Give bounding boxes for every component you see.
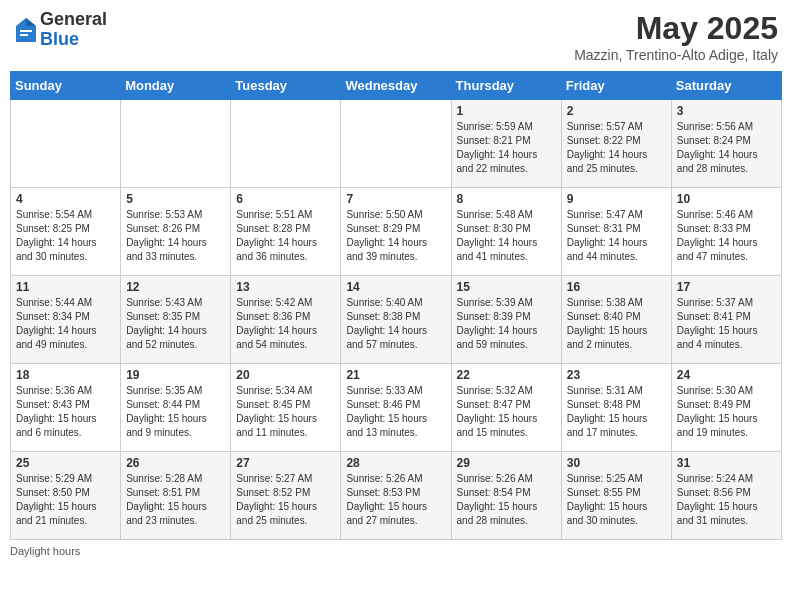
calendar-table: SundayMondayTuesdayWednesdayThursdayFrid… — [10, 71, 782, 540]
calendar-cell: 2Sunrise: 5:57 AMSunset: 8:22 PMDaylight… — [561, 100, 671, 188]
day-number: 1 — [457, 104, 556, 118]
day-info: Sunrise: 5:47 AMSunset: 8:31 PMDaylight:… — [567, 208, 666, 264]
day-info: Sunrise: 5:59 AMSunset: 8:21 PMDaylight:… — [457, 120, 556, 176]
calendar-cell: 16Sunrise: 5:38 AMSunset: 8:40 PMDayligh… — [561, 276, 671, 364]
day-number: 6 — [236, 192, 335, 206]
day-number: 20 — [236, 368, 335, 382]
calendar-cell: 15Sunrise: 5:39 AMSunset: 8:39 PMDayligh… — [451, 276, 561, 364]
day-info: Sunrise: 5:48 AMSunset: 8:30 PMDaylight:… — [457, 208, 556, 264]
page-header: General Blue May 2025 Mazzin, Trentino-A… — [10, 10, 782, 63]
day-info: Sunrise: 5:56 AMSunset: 8:24 PMDaylight:… — [677, 120, 776, 176]
day-number: 30 — [567, 456, 666, 470]
calendar-cell: 26Sunrise: 5:28 AMSunset: 8:51 PMDayligh… — [121, 452, 231, 540]
logo-blue: Blue — [40, 30, 107, 50]
calendar-week-row: 1Sunrise: 5:59 AMSunset: 8:21 PMDaylight… — [11, 100, 782, 188]
day-info: Sunrise: 5:26 AMSunset: 8:54 PMDaylight:… — [457, 472, 556, 528]
day-number: 31 — [677, 456, 776, 470]
day-info: Sunrise: 5:40 AMSunset: 8:38 PMDaylight:… — [346, 296, 445, 352]
calendar-cell: 31Sunrise: 5:24 AMSunset: 8:56 PMDayligh… — [671, 452, 781, 540]
calendar-cell: 10Sunrise: 5:46 AMSunset: 8:33 PMDayligh… — [671, 188, 781, 276]
day-number: 11 — [16, 280, 115, 294]
svg-rect-2 — [20, 30, 32, 32]
title-section: May 2025 Mazzin, Trentino-Alto Adige, It… — [574, 10, 778, 63]
day-number: 5 — [126, 192, 225, 206]
day-number: 10 — [677, 192, 776, 206]
day-info: Sunrise: 5:43 AMSunset: 8:35 PMDaylight:… — [126, 296, 225, 352]
day-number: 16 — [567, 280, 666, 294]
calendar-cell: 8Sunrise: 5:48 AMSunset: 8:30 PMDaylight… — [451, 188, 561, 276]
daylight-hours-label: Daylight hours — [10, 545, 80, 557]
calendar-day-header: Friday — [561, 72, 671, 100]
calendar-day-header: Saturday — [671, 72, 781, 100]
calendar-day-header: Thursday — [451, 72, 561, 100]
day-number: 13 — [236, 280, 335, 294]
day-info: Sunrise: 5:26 AMSunset: 8:53 PMDaylight:… — [346, 472, 445, 528]
day-info: Sunrise: 5:44 AMSunset: 8:34 PMDaylight:… — [16, 296, 115, 352]
day-number: 27 — [236, 456, 335, 470]
calendar-cell: 11Sunrise: 5:44 AMSunset: 8:34 PMDayligh… — [11, 276, 121, 364]
calendar-cell: 7Sunrise: 5:50 AMSunset: 8:29 PMDaylight… — [341, 188, 451, 276]
calendar-cell — [121, 100, 231, 188]
day-info: Sunrise: 5:25 AMSunset: 8:55 PMDaylight:… — [567, 472, 666, 528]
day-number: 22 — [457, 368, 556, 382]
day-info: Sunrise: 5:29 AMSunset: 8:50 PMDaylight:… — [16, 472, 115, 528]
day-info: Sunrise: 5:32 AMSunset: 8:47 PMDaylight:… — [457, 384, 556, 440]
day-number: 2 — [567, 104, 666, 118]
calendar-cell: 1Sunrise: 5:59 AMSunset: 8:21 PMDaylight… — [451, 100, 561, 188]
logo: General Blue — [14, 10, 107, 50]
day-info: Sunrise: 5:24 AMSunset: 8:56 PMDaylight:… — [677, 472, 776, 528]
day-info: Sunrise: 5:57 AMSunset: 8:22 PMDaylight:… — [567, 120, 666, 176]
day-info: Sunrise: 5:38 AMSunset: 8:40 PMDaylight:… — [567, 296, 666, 352]
day-info: Sunrise: 5:53 AMSunset: 8:26 PMDaylight:… — [126, 208, 225, 264]
calendar-cell: 6Sunrise: 5:51 AMSunset: 8:28 PMDaylight… — [231, 188, 341, 276]
calendar-cell: 28Sunrise: 5:26 AMSunset: 8:53 PMDayligh… — [341, 452, 451, 540]
calendar-cell: 18Sunrise: 5:36 AMSunset: 8:43 PMDayligh… — [11, 364, 121, 452]
day-number: 28 — [346, 456, 445, 470]
calendar-cell: 30Sunrise: 5:25 AMSunset: 8:55 PMDayligh… — [561, 452, 671, 540]
calendar-cell: 27Sunrise: 5:27 AMSunset: 8:52 PMDayligh… — [231, 452, 341, 540]
calendar-cell: 19Sunrise: 5:35 AMSunset: 8:44 PMDayligh… — [121, 364, 231, 452]
location: Mazzin, Trentino-Alto Adige, Italy — [574, 47, 778, 63]
day-info: Sunrise: 5:27 AMSunset: 8:52 PMDaylight:… — [236, 472, 335, 528]
calendar-cell: 14Sunrise: 5:40 AMSunset: 8:38 PMDayligh… — [341, 276, 451, 364]
calendar-cell: 13Sunrise: 5:42 AMSunset: 8:36 PMDayligh… — [231, 276, 341, 364]
calendar-header-row: SundayMondayTuesdayWednesdayThursdayFrid… — [11, 72, 782, 100]
day-number: 9 — [567, 192, 666, 206]
svg-rect-3 — [20, 34, 28, 36]
day-info: Sunrise: 5:46 AMSunset: 8:33 PMDaylight:… — [677, 208, 776, 264]
logo-general: General — [40, 10, 107, 30]
day-number: 14 — [346, 280, 445, 294]
calendar-cell: 22Sunrise: 5:32 AMSunset: 8:47 PMDayligh… — [451, 364, 561, 452]
day-number: 3 — [677, 104, 776, 118]
day-info: Sunrise: 5:37 AMSunset: 8:41 PMDaylight:… — [677, 296, 776, 352]
calendar-cell: 23Sunrise: 5:31 AMSunset: 8:48 PMDayligh… — [561, 364, 671, 452]
day-info: Sunrise: 5:31 AMSunset: 8:48 PMDaylight:… — [567, 384, 666, 440]
calendar-week-row: 11Sunrise: 5:44 AMSunset: 8:34 PMDayligh… — [11, 276, 782, 364]
day-number: 18 — [16, 368, 115, 382]
day-number: 8 — [457, 192, 556, 206]
calendar-cell: 3Sunrise: 5:56 AMSunset: 8:24 PMDaylight… — [671, 100, 781, 188]
calendar-cell — [11, 100, 121, 188]
calendar-cell: 17Sunrise: 5:37 AMSunset: 8:41 PMDayligh… — [671, 276, 781, 364]
calendar-day-header: Tuesday — [231, 72, 341, 100]
day-number: 25 — [16, 456, 115, 470]
day-number: 29 — [457, 456, 556, 470]
day-info: Sunrise: 5:51 AMSunset: 8:28 PMDaylight:… — [236, 208, 335, 264]
calendar-cell: 20Sunrise: 5:34 AMSunset: 8:45 PMDayligh… — [231, 364, 341, 452]
calendar-cell: 21Sunrise: 5:33 AMSunset: 8:46 PMDayligh… — [341, 364, 451, 452]
day-info: Sunrise: 5:39 AMSunset: 8:39 PMDaylight:… — [457, 296, 556, 352]
day-number: 19 — [126, 368, 225, 382]
footer-note: Daylight hours — [10, 545, 782, 557]
calendar-week-row: 4Sunrise: 5:54 AMSunset: 8:25 PMDaylight… — [11, 188, 782, 276]
day-info: Sunrise: 5:35 AMSunset: 8:44 PMDaylight:… — [126, 384, 225, 440]
day-info: Sunrise: 5:36 AMSunset: 8:43 PMDaylight:… — [16, 384, 115, 440]
day-number: 15 — [457, 280, 556, 294]
calendar-week-row: 18Sunrise: 5:36 AMSunset: 8:43 PMDayligh… — [11, 364, 782, 452]
calendar-cell: 29Sunrise: 5:26 AMSunset: 8:54 PMDayligh… — [451, 452, 561, 540]
day-info: Sunrise: 5:33 AMSunset: 8:46 PMDaylight:… — [346, 384, 445, 440]
calendar-cell: 24Sunrise: 5:30 AMSunset: 8:49 PMDayligh… — [671, 364, 781, 452]
day-info: Sunrise: 5:28 AMSunset: 8:51 PMDaylight:… — [126, 472, 225, 528]
logo-text: General Blue — [40, 10, 107, 50]
calendar-cell: 25Sunrise: 5:29 AMSunset: 8:50 PMDayligh… — [11, 452, 121, 540]
day-info: Sunrise: 5:50 AMSunset: 8:29 PMDaylight:… — [346, 208, 445, 264]
